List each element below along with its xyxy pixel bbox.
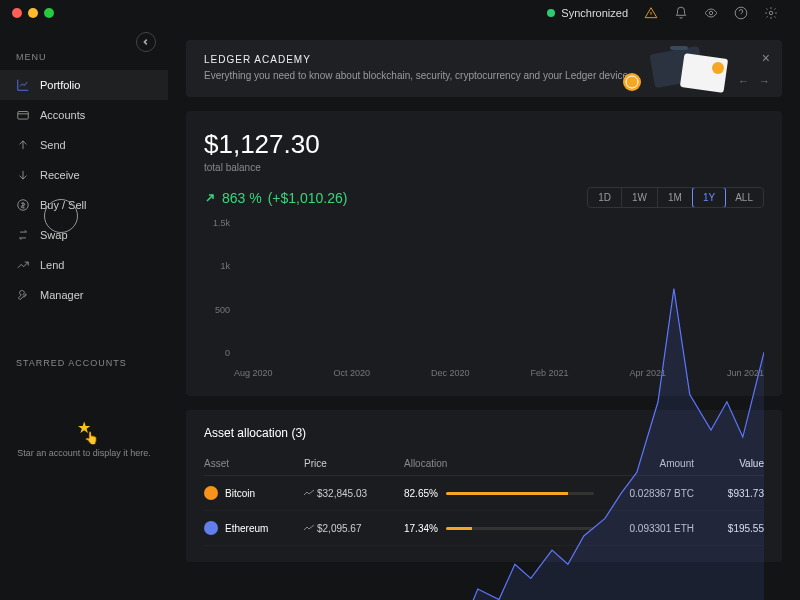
close-window-dot[interactable] [12, 8, 22, 18]
range-1d[interactable]: 1D [588, 188, 622, 207]
starred-heading: STARRED ACCOUNTS [0, 340, 168, 376]
change-pct: 863 % [222, 190, 262, 206]
range-1y[interactable]: 1Y [692, 187, 726, 208]
swap-icon [16, 228, 30, 242]
coin-icon [204, 521, 218, 535]
sidebar-item-receive[interactable]: Receive [0, 160, 168, 190]
arrow-right-icon[interactable]: → [759, 75, 770, 87]
academy-nav-arrows: ← → [738, 75, 770, 87]
coin-icon [204, 486, 218, 500]
starred-hint-text: Star an account to display it here. [14, 447, 154, 460]
dollar-icon [16, 198, 30, 212]
main-content: LEDGER ACADEMY Everything you need to kn… [168, 26, 800, 600]
starred-empty-state: ★ 👆 Star an account to display it here. [0, 418, 168, 460]
close-icon[interactable]: × [762, 50, 770, 66]
sidebar-item-buy-sell[interactable]: Buy / Sell [0, 190, 168, 220]
nav-label: Portfolio [40, 79, 80, 91]
ytick: 1.5k [204, 218, 230, 228]
ytick: 500 [204, 305, 230, 315]
chart-line-icon [16, 78, 30, 92]
minimize-window-dot[interactable] [28, 8, 38, 18]
nav-label: Receive [40, 169, 80, 181]
sidebar: MENU Portfolio Accounts Send Receive Buy… [0, 26, 168, 600]
portfolio-chart: 1.5k 1k 500 0 Aug 2020 Oct 2020 Dec 2020… [204, 218, 764, 378]
trend-up-icon [16, 258, 30, 272]
star-icon: ★ 👆 [77, 418, 91, 437]
cursor-hand-icon: 👆 [84, 431, 99, 445]
sync-dot-icon [547, 9, 555, 17]
help-icon[interactable] [734, 6, 748, 20]
wallet-icon [16, 108, 30, 122]
tools-icon [16, 288, 30, 302]
balance-change: 863 % (+$1,010.26) [204, 190, 348, 206]
change-abs: (+$1,010.26) [268, 190, 348, 206]
collapse-sidebar-button[interactable] [136, 32, 156, 52]
range-all[interactable]: ALL [725, 188, 763, 207]
nav-label: Swap [40, 229, 68, 241]
ytick: 0 [204, 348, 230, 358]
balance-label: total balance [204, 162, 764, 173]
bell-icon[interactable] [674, 6, 688, 20]
chart-y-axis: 1.5k 1k 500 0 [204, 218, 230, 358]
svg-point-2 [769, 11, 773, 15]
xtick: Feb 2021 [530, 368, 568, 378]
arrow-up-icon [16, 138, 30, 152]
xtick: Aug 2020 [234, 368, 273, 378]
svg-point-0 [709, 11, 713, 15]
svg-point-7 [712, 62, 724, 74]
arrow-down-icon [16, 168, 30, 182]
nav-label: Send [40, 139, 66, 151]
svg-rect-10 [670, 46, 688, 50]
chart-line-svg [234, 218, 764, 600]
sidebar-item-portfolio[interactable]: Portfolio [0, 70, 168, 100]
sidebar-item-manager[interactable]: Manager [0, 280, 168, 310]
xtick: Oct 2020 [334, 368, 371, 378]
xtick: Dec 2020 [431, 368, 470, 378]
svg-rect-3 [18, 112, 29, 120]
eye-icon[interactable] [704, 6, 718, 20]
sidebar-item-send[interactable]: Send [0, 130, 168, 160]
warning-icon[interactable] [644, 6, 658, 20]
sidebar-item-accounts[interactable]: Accounts [0, 100, 168, 130]
portfolio-card: $1,127.30 total balance 863 % (+$1,010.2… [186, 111, 782, 396]
chart-x-axis: Aug 2020 Oct 2020 Dec 2020 Feb 2021 Apr … [234, 368, 764, 378]
nav-label: Lend [40, 259, 64, 271]
total-balance: $1,127.30 [204, 129, 764, 160]
nav-label: Manager [40, 289, 83, 301]
arrow-up-right-icon [204, 192, 216, 204]
sync-status: Synchronized [547, 7, 628, 19]
ytick: 1k [204, 261, 230, 271]
academy-illustration [602, 42, 742, 98]
time-range-toggle: 1D 1W 1M 1Y ALL [587, 187, 764, 208]
nav-label: Buy / Sell [40, 199, 86, 211]
window-titlebar: Synchronized [0, 0, 800, 26]
xtick: Apr 2021 [629, 368, 666, 378]
nav-label: Accounts [40, 109, 85, 121]
xtick: Jun 2021 [727, 368, 764, 378]
sidebar-item-lend[interactable]: Lend [0, 250, 168, 280]
academy-banner[interactable]: LEDGER ACADEMY Everything you need to kn… [186, 40, 782, 97]
academy-desc: Everything you need to know about blockc… [204, 69, 662, 83]
sidebar-item-swap[interactable]: Swap [0, 220, 168, 250]
range-1m[interactable]: 1M [658, 188, 693, 207]
maximize-window-dot[interactable] [44, 8, 54, 18]
gear-icon[interactable] [764, 6, 778, 20]
sync-label: Synchronized [561, 7, 628, 19]
range-1w[interactable]: 1W [622, 188, 658, 207]
academy-title: LEDGER ACADEMY [204, 54, 662, 65]
